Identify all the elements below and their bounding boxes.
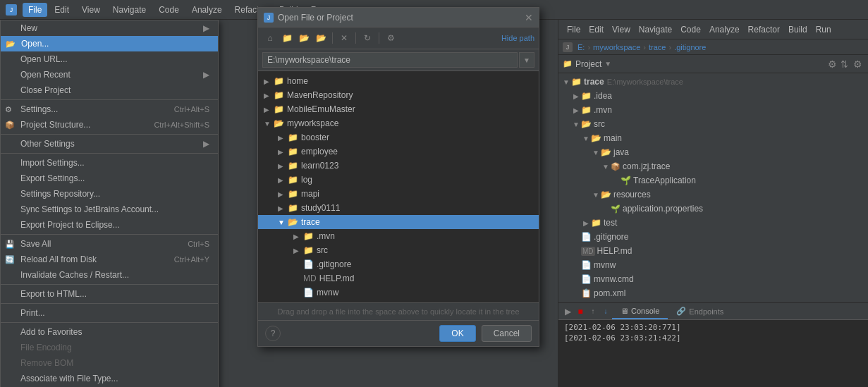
pt-item-mvn[interactable]: ▶ 📁 .mvn	[558, 103, 868, 117]
pt-item-pomxml[interactable]: 📋 pom.xml	[558, 286, 868, 300]
menu-item-other-settings[interactable]: Other Settings ▶	[1, 136, 218, 152]
menu-view[interactable]: View	[76, 3, 106, 17]
tree-item-mobileemumaster[interactable]: ▶ 📁 MobileEmuMaster	[258, 102, 539, 116]
menu-item-sync-settings[interactable]: Sync Settings to JetBrains Account...	[1, 202, 218, 217]
tree-item-src[interactable]: ▶ 📁 src	[258, 243, 539, 257]
pt-item-package[interactable]: ▼ 📦 com.jzj.trace	[558, 159, 868, 173]
menu-item-import-settings[interactable]: Import Settings...	[1, 155, 218, 171]
menu-item-remove-bom[interactable]: Remove BOM	[1, 355, 218, 371]
tree-item-trace[interactable]: ▼ 📂 trace	[258, 215, 539, 229]
console-stop-button[interactable]: ■	[574, 305, 587, 318]
tree-item-employee[interactable]: ▶ 📁 employee	[258, 145, 539, 159]
pt-item-src[interactable]: ▼ 📂 src	[558, 117, 868, 131]
breadcrumb-item-myworkspace[interactable]: myworkspace	[593, 43, 640, 51]
tree-item-mavenrepository[interactable]: ▶ 📁 MavenRepository	[258, 88, 539, 102]
toolbar-folder2-button[interactable]: 📂	[296, 30, 312, 46]
panel-settings-button[interactable]: ⚙	[826, 58, 838, 70]
tree-item-mvnw[interactable]: 📄 mvnw	[258, 285, 539, 300]
pt-item-traceapplication[interactable]: 🌱 TraceApplication	[558, 173, 868, 188]
tree-item-myworkspace[interactable]: ▼ 📂 myworkspace	[258, 116, 539, 130]
console-upload-button[interactable]: ↑	[587, 305, 599, 318]
tree-item-gitignore[interactable]: 📄 .gitignore	[258, 257, 539, 271]
menu-code[interactable]: Code	[153, 3, 185, 17]
ok-button[interactable]: OK	[439, 325, 475, 342]
toolbar-settings-button[interactable]: ⚙	[383, 30, 398, 46]
console-play-button[interactable]: ▶	[561, 305, 574, 318]
menu-item-associate-file-type[interactable]: Associate with File Type...	[1, 371, 218, 386]
menu-item-save-all[interactable]: 💾 Save All Ctrl+S	[1, 236, 218, 252]
menu-item-close-project[interactable]: Close Project	[1, 82, 218, 98]
right-menu-refactor[interactable]: Refactor	[744, 23, 784, 37]
pt-item-trace-root[interactable]: ▼ 📁 trace E:\myworkspace\trace	[558, 75, 868, 89]
pt-item-main[interactable]: ▼ 📂 main	[558, 131, 868, 145]
breadcrumb-item-trace[interactable]: trace	[649, 43, 666, 51]
menu-file[interactable]: File	[23, 3, 47, 17]
right-menu-edit[interactable]: Edit	[585, 23, 608, 37]
hide-path-button[interactable]: Hide path	[501, 34, 534, 42]
menu-item-export-html[interactable]: Export to HTML...	[1, 286, 218, 302]
right-menu-navigate[interactable]: Navigate	[635, 23, 676, 37]
menu-item-open-url[interactable]: Open URL...	[1, 51, 218, 67]
dropdown-arrow-icon[interactable]: ▼	[604, 60, 611, 68]
pt-item-java[interactable]: ▼ 📂 java	[558, 145, 868, 159]
toolbar-refresh-button[interactable]: ↻	[360, 30, 375, 46]
right-menu-view[interactable]: View	[608, 23, 635, 37]
pt-item-resources[interactable]: ▼ 📂 resources	[558, 188, 868, 202]
pt-item-test[interactable]: ▶ 📁 test	[558, 216, 868, 230]
menu-edit[interactable]: Edit	[49, 3, 75, 17]
toolbar-home-button[interactable]: ⌂	[262, 30, 278, 46]
tree-item-home[interactable]: ▶ 📁 home	[258, 74, 539, 88]
md-icon: MD	[303, 274, 317, 283]
tree-item-learn0123[interactable]: ▶ 📁 learn0123	[258, 159, 539, 173]
folder-icon: 📁	[288, 189, 298, 199]
pt-item-mvnw[interactable]: 📄 mvnw	[558, 258, 868, 272]
menu-item-settings[interactable]: ⚙ Settings... Ctrl+Alt+S	[1, 102, 218, 117]
toolbar-close-button[interactable]: ✕	[336, 30, 352, 46]
tree-item-helpmd[interactable]: MD HELP.md	[258, 271, 539, 285]
panel-options-button[interactable]: ⇄	[838, 58, 851, 70]
menu-item-invalidate-caches[interactable]: Invalidate Caches / Restart...	[1, 267, 218, 283]
path-expand-button[interactable]: ▼	[519, 52, 534, 68]
menu-analyze[interactable]: Analyze	[186, 3, 228, 17]
menu-item-open-recent[interactable]: Open Recent ▶	[1, 67, 218, 82]
toolbar-folder3-button[interactable]: 📂	[313, 30, 329, 46]
breadcrumb-item-drive[interactable]: J	[563, 42, 575, 52]
tree-item-mapi[interactable]: ▶ 📁 mapi	[258, 187, 539, 201]
pt-item-mvnwcmd[interactable]: 📄 mvnw.cmd	[558, 272, 868, 286]
path-input[interactable]	[262, 52, 518, 68]
help-button[interactable]: ?	[265, 326, 281, 341]
menu-item-settings-repository[interactable]: Settings Repository...	[1, 186, 218, 202]
menu-item-add-favorites[interactable]: Add to Favorites	[1, 324, 218, 340]
right-menu-file[interactable]: File	[563, 23, 585, 37]
menu-item-open[interactable]: 📂 Open...	[1, 36, 218, 51]
console-download-button[interactable]: ↓	[599, 305, 612, 318]
tree-item-log[interactable]: ▶ 📁 log	[258, 173, 539, 187]
menu-item-new[interactable]: New ▶	[1, 20, 218, 36]
right-menu-build[interactable]: Build	[784, 23, 812, 37]
menu-navigate[interactable]: Navigate	[107, 3, 152, 17]
menu-item-reload-all[interactable]: 🔄 Reload All from Disk Ctrl+Alt+Y	[1, 252, 218, 267]
breadcrumb-item-gitignore[interactable]: .gitignore	[674, 43, 706, 51]
pt-item-app-props[interactable]: 🌱 application.properties	[558, 202, 868, 216]
menu-item-export-eclipse[interactable]: Export Project to Eclipse...	[1, 217, 218, 233]
breadcrumb-item-e[interactable]: E:	[577, 43, 585, 51]
right-menu-analyze[interactable]: Analyze	[705, 23, 744, 37]
menu-item-file-encoding[interactable]: File Encoding	[1, 340, 218, 355]
menu-item-project-structure[interactable]: 📦 Project Structure... Ctrl+Alt+Shift+S	[1, 117, 218, 133]
dialog-close-button[interactable]: ✕	[525, 20, 533, 23]
tree-item-study0111[interactable]: ▶ 📁 study0111	[258, 201, 539, 215]
right-menu-code[interactable]: Code	[676, 23, 705, 37]
pt-item-gitignore[interactable]: 📄 .gitignore	[558, 230, 868, 244]
tab-console[interactable]: 🖥 Console	[612, 303, 668, 319]
cancel-button[interactable]: Cancel	[482, 325, 532, 342]
pt-item-helpmd[interactable]: MD HELP.md	[558, 244, 868, 258]
menu-item-print[interactable]: Print...	[1, 305, 218, 321]
tree-item-mvn[interactable]: ▶ 📁 .mvn	[258, 229, 539, 243]
tab-endpoints[interactable]: 🔗 Endpoints	[668, 303, 732, 319]
panel-gear-button[interactable]: ⚙	[851, 58, 864, 70]
toolbar-folder-button[interactable]: 📁	[279, 30, 295, 46]
right-menu-run[interactable]: Run	[812, 23, 836, 37]
tree-item-booster[interactable]: ▶ 📁 booster	[258, 130, 539, 145]
menu-item-export-settings[interactable]: Export Settings...	[1, 171, 218, 186]
pt-item-idea[interactable]: ▶ 📁 .idea	[558, 89, 868, 103]
